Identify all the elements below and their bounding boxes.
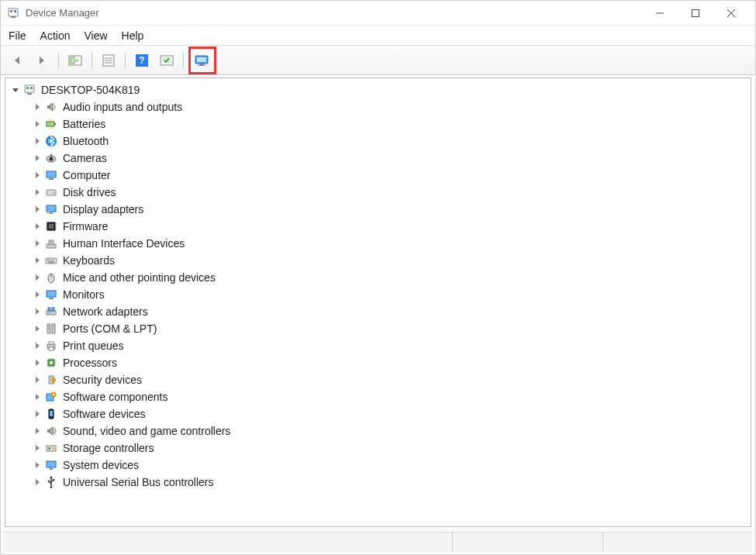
show-hide-icon bbox=[68, 53, 82, 67]
back-button[interactable] bbox=[7, 50, 27, 71]
expander-closed-icon[interactable] bbox=[32, 187, 43, 198]
menu-file[interactable]: File bbox=[9, 29, 26, 42]
highlight-box bbox=[188, 47, 216, 74]
expander-closed-icon[interactable] bbox=[32, 340, 43, 351]
tree-item[interactable]: System devices bbox=[5, 457, 751, 474]
tree-root[interactable]: DESKTOP-504K819 bbox=[5, 81, 751, 98]
expander-closed-icon[interactable] bbox=[32, 391, 43, 402]
tree-item[interactable]: Security devices bbox=[5, 371, 751, 388]
tree-item[interactable]: Sound, video and game controllers bbox=[5, 422, 751, 440]
svg-rect-98 bbox=[53, 479, 54, 481]
tree-item[interactable]: Universal Serial Bus controllers bbox=[5, 474, 751, 491]
forward-button[interactable] bbox=[32, 50, 52, 71]
tree-item-label: Storage controllers bbox=[63, 442, 154, 454]
toolbar: ? bbox=[1, 46, 755, 75]
tree-item-label: Mice and other pointing devices bbox=[63, 271, 216, 284]
expander-closed-icon[interactable] bbox=[32, 119, 43, 129]
tree-item[interactable]: Processors bbox=[5, 354, 751, 371]
tree-item[interactable]: Cameras bbox=[5, 150, 751, 167]
app-icon bbox=[7, 7, 19, 19]
tree-item-label: Security devices bbox=[63, 374, 142, 386]
expander-closed-icon[interactable] bbox=[32, 374, 43, 385]
tree-item[interactable]: Audio inputs and outputs bbox=[5, 98, 751, 115]
maximize-button[interactable] bbox=[678, 2, 713, 25]
svg-point-97 bbox=[48, 481, 50, 483]
properties-button[interactable] bbox=[98, 50, 119, 71]
expander-closed-icon[interactable] bbox=[32, 221, 43, 232]
tree-item[interactable]: Ports (COM & LPT) bbox=[5, 320, 751, 337]
svg-rect-0 bbox=[9, 9, 18, 16]
tree-item[interactable]: Human Interface Devices bbox=[5, 235, 751, 252]
expander-closed-icon[interactable] bbox=[32, 153, 43, 164]
menu-view[interactable]: View bbox=[84, 29, 107, 42]
expander-closed-icon[interactable] bbox=[32, 460, 43, 471]
tree-item-label: Sound, video and game controllers bbox=[63, 425, 230, 437]
svg-rect-23 bbox=[26, 87, 29, 89]
tree-item[interactable]: Firmware bbox=[5, 218, 751, 235]
window-controls bbox=[642, 2, 749, 25]
tree-item[interactable]: Batteries bbox=[5, 115, 751, 133]
usb-icon bbox=[44, 475, 58, 489]
menubar: File Action View Help bbox=[1, 26, 755, 46]
expander-closed-icon[interactable] bbox=[32, 255, 43, 266]
expander-closed-icon[interactable] bbox=[32, 238, 43, 249]
svg-rect-38 bbox=[50, 212, 53, 214]
add-legacy-hardware-button[interactable] bbox=[192, 50, 212, 71]
device-tree[interactable]: DESKTOP-504K819 Audio inputs and outputs… bbox=[5, 78, 751, 527]
svg-point-64 bbox=[50, 312, 52, 314]
expander-closed-icon[interactable] bbox=[32, 102, 43, 112]
tree-item[interactable]: Network adapters bbox=[5, 303, 751, 320]
show-hide-button[interactable] bbox=[65, 50, 85, 71]
tree-item[interactable]: Storage controllers bbox=[5, 440, 751, 457]
svg-rect-34 bbox=[49, 178, 54, 180]
menu-action[interactable]: Action bbox=[40, 29, 71, 42]
tree-item[interactable]: Keyboards bbox=[5, 252, 751, 269]
minimize-button[interactable] bbox=[642, 2, 678, 25]
expander-closed-icon[interactable] bbox=[32, 408, 43, 419]
tree-item-label: Network adapters bbox=[63, 305, 148, 318]
firmware-icon bbox=[44, 219, 58, 233]
expander-closed-icon[interactable] bbox=[32, 289, 43, 300]
battery-icon bbox=[44, 117, 58, 131]
tree-item[interactable]: Print queues bbox=[5, 337, 751, 354]
svg-rect-9 bbox=[71, 57, 74, 64]
expander-closed-icon[interactable] bbox=[32, 443, 43, 453]
tree-item[interactable]: Software devices bbox=[5, 405, 751, 422]
svg-rect-3 bbox=[11, 16, 16, 18]
expander-closed-icon[interactable] bbox=[32, 426, 43, 436]
close-button[interactable] bbox=[713, 2, 749, 25]
tree-item[interactable]: Disk drives bbox=[5, 184, 751, 201]
expander-closed-icon[interactable] bbox=[32, 170, 43, 181]
tree-item[interactable]: Mice and other pointing devices bbox=[5, 269, 751, 286]
svg-point-96 bbox=[50, 477, 53, 479]
tree-item[interactable]: Software components bbox=[5, 388, 751, 405]
ports-icon bbox=[44, 322, 58, 336]
expander-closed-icon[interactable] bbox=[32, 136, 43, 147]
tree-item[interactable]: Bluetooth bbox=[5, 133, 751, 150]
help-button[interactable]: ? bbox=[132, 50, 152, 71]
computer-icon bbox=[44, 168, 58, 182]
svg-rect-33 bbox=[47, 171, 56, 178]
svg-point-69 bbox=[53, 326, 54, 326]
scan-hardware-button[interactable] bbox=[157, 50, 177, 71]
expander-closed-icon[interactable] bbox=[32, 204, 43, 215]
network-icon bbox=[44, 305, 58, 319]
tree-item[interactable]: Display adapters bbox=[5, 201, 751, 218]
svg-rect-48 bbox=[47, 244, 56, 248]
svg-point-50 bbox=[50, 241, 52, 243]
tree-item[interactable]: Computer bbox=[5, 167, 751, 184]
expander-closed-icon[interactable] bbox=[32, 477, 43, 488]
expander-closed-icon[interactable] bbox=[32, 323, 43, 334]
tree-item-label: Software components bbox=[63, 391, 167, 403]
expander-closed-icon[interactable] bbox=[32, 357, 43, 368]
tree-item-label: System devices bbox=[63, 459, 139, 471]
expander-closed-icon[interactable] bbox=[32, 272, 43, 283]
menu-help[interactable]: Help bbox=[122, 29, 144, 42]
expander-closed-icon[interactable] bbox=[32, 306, 43, 317]
sound-icon bbox=[44, 424, 58, 438]
add-legacy-icon bbox=[195, 53, 210, 67]
svg-rect-59 bbox=[49, 298, 54, 299]
tree-item[interactable]: Monitors bbox=[5, 286, 751, 303]
expander-open-icon[interactable] bbox=[10, 84, 21, 95]
tree-item-label: Firmware bbox=[63, 220, 108, 233]
